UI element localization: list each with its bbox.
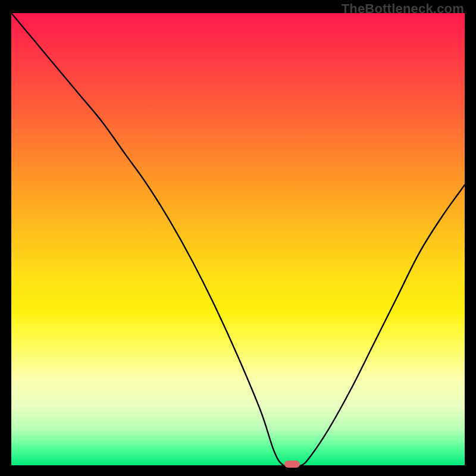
plot-area [11,13,465,465]
watermark-text: TheBottleneck.com [342,1,464,17]
bottleneck-curve [11,13,465,465]
optimal-marker [284,461,300,468]
curve-path [11,13,465,465]
chart-frame: TheBottleneck.com [0,0,476,476]
